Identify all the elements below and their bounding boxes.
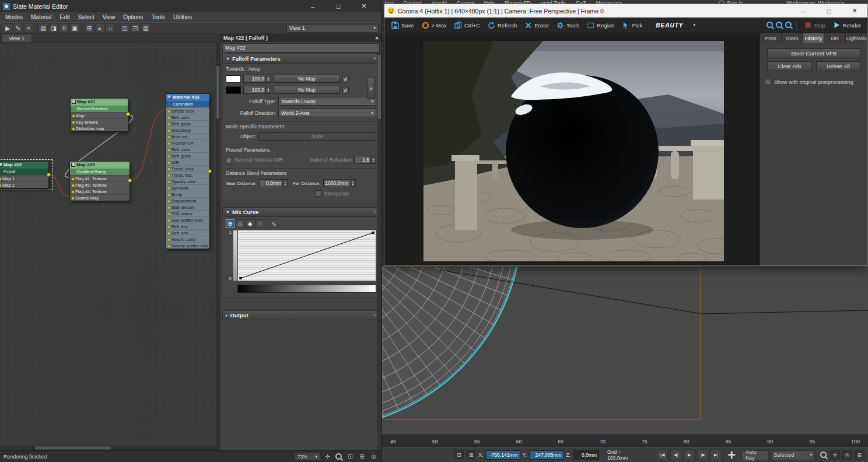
transport-button[interactable]: ▶: [684, 450, 695, 460]
me-menu-item[interactable]: Edit: [56, 14, 74, 20]
params-scrollbar[interactable]: [377, 53, 382, 450]
region-button[interactable]: Region: [583, 20, 617, 31]
node-slot[interactable]: SSS radius: [166, 210, 209, 216]
object-picker-button[interactable]: None: [258, 132, 376, 141]
y-coordinate-field[interactable]: 247,005mm: [529, 450, 564, 460]
node-slot[interactable]: Refr. env.: [166, 229, 209, 236]
node-slot[interactable]: Map 1: [0, 175, 48, 181]
node-slot[interactable]: Refr. color: [166, 146, 209, 152]
swap-colors-button[interactable]: »: [367, 78, 375, 99]
select-tree-icon[interactable]: ∷: [106, 23, 115, 33]
copy-button[interactable]: Ctrl+C: [451, 20, 483, 31]
node-slot[interactable]: Refl. env.: [166, 223, 209, 229]
hide-unused-nodeslots-icon[interactable]: ◫: [120, 23, 130, 33]
save-button[interactable]: Save: [388, 20, 417, 31]
tab-stats[interactable]: Stats: [782, 33, 803, 43]
stop-button[interactable]: Stop: [800, 20, 828, 31]
material-library-icon[interactable]: ▤: [38, 23, 48, 33]
orbit-tool-icon[interactable]: ◎: [842, 450, 852, 460]
scale-point-icon[interactable]: ◇: [236, 219, 244, 228]
me-menu-item[interactable]: Options: [119, 14, 147, 20]
node-canvas[interactable]: Map #21 BerconGradient MapKey textureDis…: [0, 43, 220, 446]
canvas-hscrollbar[interactable]: [0, 446, 220, 450]
rollout-menu-icon[interactable]: ≡: [373, 313, 376, 318]
node-slot[interactable]: Key texture: [71, 118, 128, 125]
pan-view-icon[interactable]: ✛: [323, 452, 332, 461]
extrapolate-checkbox[interactable]: [316, 190, 322, 197]
timeline-ruler[interactable]: 4550556065707580859095100: [382, 435, 868, 447]
isolate-selection-icon[interactable]: ⊡: [454, 450, 464, 460]
store-current-vfb-button[interactable]: Store Current VFB: [767, 48, 860, 58]
render-channel-dropdown[interactable]: BEAUTY▾: [653, 21, 698, 30]
rollout-falloff-parameters[interactable]: ▼ Falloff Parameters ≡: [222, 54, 380, 64]
erase-button[interactable]: Erase: [521, 20, 552, 31]
node-slot[interactable]: Map: [71, 112, 128, 118]
ior-spinner[interactable]: 1,6▴▾: [354, 156, 376, 164]
selection-lock-icon[interactable]: ⊠: [466, 450, 476, 460]
node-slot[interactable]: Self-illum.: [166, 184, 209, 191]
node-map22[interactable]: Map #22 Falloff Map 1Map 2: [0, 161, 49, 188]
node-slot[interactable]: SSS amount: [166, 204, 209, 210]
side-amount-spinner[interactable]: 100,0▴▾: [243, 86, 271, 94]
side-map-button[interactable]: No Map: [274, 86, 340, 94]
transport-button[interactable]: |▶: [697, 450, 708, 460]
material-name-field[interactable]: Map #22: [222, 43, 380, 52]
show-background-icon[interactable]: ◨: [49, 23, 58, 33]
node-slot[interactable]: Opacity color: [166, 178, 209, 184]
me-menu-item[interactable]: Utilities: [169, 14, 196, 20]
me-titlebar[interactable]: Slate Material Editor – □ ✕: [0, 0, 382, 12]
z-coordinate-field[interactable]: 0,0mm: [573, 450, 599, 460]
transport-button[interactable]: ◀|: [670, 450, 681, 460]
me-menu-item[interactable]: Modes: [1, 14, 27, 20]
delete-all-button[interactable]: Delete All: [816, 61, 861, 71]
delete-selected-icon[interactable]: ×: [24, 23, 33, 33]
output-socket[interactable]: [47, 173, 51, 177]
perspective-viewport[interactable]: [382, 266, 868, 435]
front-map-button[interactable]: No Map: [274, 75, 340, 83]
tab-lightmix[interactable]: LightMix: [846, 33, 867, 43]
pick-material-icon[interactable]: ✎: [13, 23, 23, 33]
vfb-titlebar[interactable]: Corona 4 (Hotfix 1) | 640×480px (1:1) | …: [384, 4, 867, 18]
node-slot[interactable]: Map 2: [0, 181, 48, 188]
minimize-icon[interactable]: –: [300, 0, 326, 12]
node-slot[interactable]: Diffuse color: [166, 107, 209, 114]
node-slot[interactable]: Flag #1: Texture: [70, 175, 130, 181]
maximize-icon[interactable]: □: [326, 0, 351, 12]
material-id-channel-icon[interactable]: 0: [60, 23, 69, 33]
front-color-swatch[interactable]: [226, 75, 241, 83]
zoom-icon[interactable]: [335, 453, 343, 461]
override-ior-checkbox[interactable]: ✓: [226, 157, 232, 163]
node-map23[interactable]: Map #23 Gradient Ramp Flag #1: TextureFl…: [69, 161, 130, 201]
canvas-zoom-dropdown[interactable]: 73%▾: [295, 452, 320, 461]
refresh-button[interactable]: Refresh: [484, 20, 520, 31]
tab-dr[interactable]: DR: [824, 33, 846, 43]
rollout-menu-icon[interactable]: ≡: [373, 209, 376, 215]
close-icon[interactable]: ✕: [351, 0, 377, 12]
select-tool-icon[interactable]: ▶: [3, 23, 12, 33]
node-slot[interactable]: Transl. frac.: [166, 172, 209, 178]
front-amount-spinner[interactable]: 100,0▴▾: [243, 75, 271, 83]
render-button[interactable]: Render: [830, 20, 864, 31]
node-slot[interactable]: Flag #4: Texture: [70, 188, 130, 194]
delete-point-icon[interactable]: ×: [256, 219, 264, 228]
near-distance-spinner[interactable]: 0,0mm▴▾: [259, 179, 288, 187]
zoom-in-icon[interactable]: [785, 21, 793, 29]
me-menu-item[interactable]: Tools: [148, 14, 169, 20]
me-menu-item[interactable]: Material: [27, 14, 56, 20]
node-slot[interactable]: Displacement: [166, 197, 209, 204]
close-icon[interactable]: ✕: [842, 4, 867, 18]
node-slot[interactable]: Volume scatter color: [166, 242, 209, 249]
options-icon[interactable]: ▥: [141, 23, 150, 33]
transport-button[interactable]: |◀: [657, 450, 668, 460]
side-color-swatch[interactable]: [226, 86, 241, 94]
close-panel-icon[interactable]: ×: [375, 35, 379, 41]
send-to-max-button[interactable]: > Max: [418, 20, 450, 31]
move-point-icon[interactable]: ⊕: [226, 219, 235, 228]
zoom-region-icon[interactable]: ⊡: [346, 452, 355, 461]
node-slot[interactable]: Absorb. color: [166, 236, 209, 242]
clear-ab-button[interactable]: Clear A/B: [767, 61, 812, 71]
add-point-icon[interactable]: ◆: [246, 219, 254, 228]
minimize-icon[interactable]: –: [790, 4, 816, 18]
zoom-selected-icon[interactable]: ◎: [369, 452, 378, 461]
postprocessing-checkbox[interactable]: [765, 79, 771, 85]
